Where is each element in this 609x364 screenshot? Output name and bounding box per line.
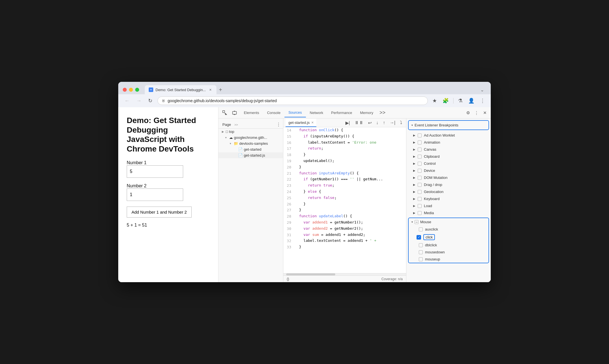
bp-checkbox-ad-auction[interactable]: [418, 133, 422, 137]
editor-action-7[interactable]: ⤵: [398, 119, 404, 127]
bp-checkbox-animation[interactable]: [418, 141, 422, 144]
tab-performance[interactable]: Performance: [327, 108, 356, 117]
bp-checkbox-clipboard[interactable]: [418, 155, 422, 159]
maximize-button[interactable]: [135, 88, 139, 92]
bp-label-canvas: Canvas: [424, 147, 436, 152]
bp-checkbox-dblclick[interactable]: [419, 243, 423, 247]
event-listener-breakpoints-header[interactable]: ▾ Event Listener Breakpoints: [408, 120, 489, 130]
tree-item-devtools[interactable]: ▾ 📁 devtools-samples: [218, 141, 283, 146]
tab-dropdown-button[interactable]: ⌄: [478, 86, 486, 94]
bp-checkbox-canvas[interactable]: [418, 148, 422, 152]
editor-actions: ▶| ⏸⏸ ↩ ↓ ↑ →| ⤵: [344, 119, 404, 127]
bookmark-icon[interactable]: ★: [431, 97, 438, 105]
bp-item-click[interactable]: ✓ click: [409, 233, 488, 242]
bp-checkbox-keyboard[interactable]: [418, 197, 422, 201]
editor-action-3[interactable]: ↩: [366, 119, 373, 127]
separator: [453, 98, 454, 104]
tab-memory[interactable]: Memory: [356, 108, 377, 117]
editor-action-6[interactable]: →|: [388, 119, 397, 127]
minimize-button[interactable]: [129, 88, 133, 92]
bp-item-device[interactable]: ▶ Device: [406, 167, 491, 174]
url-bar[interactable]: ⛨ googlechrome.github.io/devtools-sample…: [157, 97, 428, 105]
editor-tab-file[interactable]: get-started.js ×: [286, 119, 316, 127]
browser-tab[interactable]: Demo: Get Started Debuggin... ×: [145, 85, 216, 94]
code-line-19: 19 updateLabel();: [283, 158, 406, 164]
bp-item-mousedown[interactable]: mousedown: [409, 249, 488, 256]
bp-checkbox-geo[interactable]: [418, 190, 422, 194]
tree-item-get-started-js[interactable]: 📄 get-started.js: [218, 152, 283, 158]
bp-item-load[interactable]: ▶ Load: [406, 202, 491, 209]
menu-icon[interactable]: ⋮: [479, 97, 486, 105]
mouse-section-header[interactable]: ▾ − Mouse: [409, 218, 488, 226]
bp-checkbox-mouseup[interactable]: [419, 257, 423, 261]
tree-item-googlechrome[interactable]: ▾ ☁ googlechrome.gith...: [218, 135, 283, 141]
number2-input[interactable]: [127, 188, 183, 201]
tab-console[interactable]: Console: [263, 108, 284, 117]
editor-action-4[interactable]: ↓: [374, 119, 380, 127]
tab-network[interactable]: Network: [306, 108, 327, 117]
device-toolbar-icon[interactable]: [230, 109, 239, 117]
profile-icon[interactable]: 👤: [467, 97, 476, 105]
editor-tab-bar: get-started.js × ▶| ⏸⏸ ↩ ↓ ↑ →| ⤵: [283, 119, 406, 127]
editor-action-5[interactable]: ↑: [381, 119, 387, 127]
tab-sources[interactable]: Sources: [284, 108, 306, 117]
bp-checkbox-drag[interactable]: [418, 183, 422, 187]
bp-item-dblclick[interactable]: dblclick: [409, 242, 488, 249]
close-button[interactable]: [123, 88, 127, 92]
editor-action-1[interactable]: ▶|: [344, 119, 352, 127]
bp-item-auxclick[interactable]: auxclick: [409, 226, 488, 233]
bp-item-control[interactable]: ▶ Control: [406, 160, 491, 167]
bp-checkbox-media[interactable]: [418, 211, 422, 215]
devtools-settings-bar: ⚙ ⋮ ✕: [465, 109, 488, 117]
number1-input[interactable]: [127, 165, 183, 178]
devtools-toolbar: Elements Console Sources Network Perform…: [218, 107, 491, 119]
bp-checkbox-dom[interactable]: [418, 176, 422, 180]
extensions-icon[interactable]: 🧩: [441, 97, 450, 105]
reload-button[interactable]: ↻: [146, 97, 154, 105]
bp-checkbox-control[interactable]: [418, 162, 422, 166]
inspect-element-icon[interactable]: [221, 109, 229, 117]
mouse-minus-icon[interactable]: −: [415, 220, 419, 224]
editor-scrollbar-track[interactable]: [286, 273, 335, 275]
code-area[interactable]: 14 function onClick() { 15 if (inputsAre…: [283, 127, 406, 273]
devtools-settings-icon[interactable]: ⚙: [465, 109, 472, 117]
bp-checkbox-mousedown[interactable]: [419, 250, 423, 254]
code-line-15: 15 if (inputsAreEmpty()) {: [283, 133, 406, 140]
tree-item-top[interactable]: ▶ □ top: [218, 129, 283, 135]
bp-item-canvas[interactable]: ▶ Canvas: [406, 146, 491, 153]
page-tab[interactable]: Page: [221, 122, 233, 127]
bp-item-ad-auction[interactable]: ▶ Ad Auction Worklet: [406, 132, 491, 139]
editor-tab-close-icon[interactable]: ×: [311, 120, 314, 125]
bp-item-media[interactable]: ▶ Media: [406, 209, 491, 216]
tab-elements[interactable]: Elements: [240, 108, 263, 117]
tree-item-get-started[interactable]: 📄 get-started: [218, 146, 283, 152]
bp-item-keyboard[interactable]: ▶ Keyboard: [406, 195, 491, 202]
editor-scrollbar[interactable]: [283, 273, 406, 275]
bp-label-load: Load: [424, 204, 432, 208]
forward-button[interactable]: →: [135, 97, 143, 105]
bp-checkbox-auxclick[interactable]: [419, 227, 423, 231]
editor-action-2[interactable]: ⏸⏸: [353, 119, 365, 127]
devtools-more-icon[interactable]: ⋮: [473, 109, 480, 117]
tab-close-icon[interactable]: ×: [208, 87, 213, 92]
bp-checkbox-click-checked[interactable]: ✓: [417, 235, 421, 240]
add-numbers-button[interactable]: Add Number 1 and Number 2: [127, 207, 192, 218]
code-editor: get-started.js × ▶| ⏸⏸ ↩ ↓ ↑ →| ⤵: [283, 119, 406, 282]
bp-item-animation[interactable]: ▶ Animation: [406, 139, 491, 146]
bp-item-dom-mutation[interactable]: ▶ DOM Mutation: [406, 174, 491, 181]
devtools-close-icon[interactable]: ✕: [481, 109, 488, 117]
file-tree-options-icon[interactable]: ⋮: [276, 122, 281, 127]
more-tabs-icon[interactable]: >>: [377, 109, 388, 117]
bp-checkbox-device[interactable]: [418, 169, 422, 173]
bp-item-mouseup[interactable]: mouseup: [409, 256, 488, 263]
format-button[interactable]: {}: [287, 277, 289, 281]
bp-checkbox-load[interactable]: [418, 204, 422, 208]
bp-item-geolocation[interactable]: ▶ Geolocation: [406, 188, 491, 195]
bp-item-clipboard[interactable]: ▶ Clipboard: [406, 153, 491, 160]
new-tab-button[interactable]: +: [216, 85, 224, 94]
bp-item-drag-drop[interactable]: ▶ Drag / drop: [406, 181, 491, 188]
back-button[interactable]: ←: [123, 97, 131, 105]
lab-icon[interactable]: ⚗: [457, 97, 464, 105]
page-tab-more[interactable]: >>: [234, 123, 238, 126]
traffic-lights: [123, 88, 139, 92]
